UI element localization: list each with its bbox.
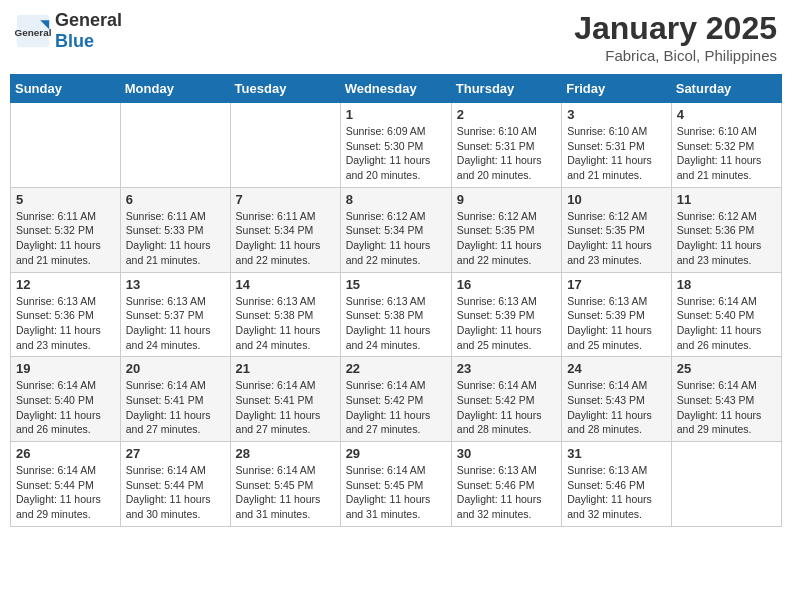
week-row-5: 26Sunrise: 6:14 AM Sunset: 5:44 PM Dayli… <box>11 442 782 527</box>
day-number: 22 <box>346 361 446 376</box>
weekday-header-monday: Monday <box>120 75 230 103</box>
day-info: Sunrise: 6:14 AM Sunset: 5:43 PM Dayligh… <box>677 378 776 437</box>
day-info: Sunrise: 6:14 AM Sunset: 5:45 PM Dayligh… <box>236 463 335 522</box>
day-cell-9: 9Sunrise: 6:12 AM Sunset: 5:35 PM Daylig… <box>451 187 561 272</box>
day-cell-7: 7Sunrise: 6:11 AM Sunset: 5:34 PM Daylig… <box>230 187 340 272</box>
weekday-header-thursday: Thursday <box>451 75 561 103</box>
day-info: Sunrise: 6:09 AM Sunset: 5:30 PM Dayligh… <box>346 124 446 183</box>
day-cell-19: 19Sunrise: 6:14 AM Sunset: 5:40 PM Dayli… <box>11 357 121 442</box>
day-info: Sunrise: 6:11 AM Sunset: 5:33 PM Dayligh… <box>126 209 225 268</box>
empty-cell <box>671 442 781 527</box>
logo: General General Blue <box>15 10 122 52</box>
empty-cell <box>120 103 230 188</box>
day-number: 28 <box>236 446 335 461</box>
day-number: 12 <box>16 277 115 292</box>
logo-text-general: General <box>55 10 122 30</box>
day-cell-3: 3Sunrise: 6:10 AM Sunset: 5:31 PM Daylig… <box>562 103 672 188</box>
day-cell-25: 25Sunrise: 6:14 AM Sunset: 5:43 PM Dayli… <box>671 357 781 442</box>
day-cell-5: 5Sunrise: 6:11 AM Sunset: 5:32 PM Daylig… <box>11 187 121 272</box>
day-cell-29: 29Sunrise: 6:14 AM Sunset: 5:45 PM Dayli… <box>340 442 451 527</box>
location: Fabrica, Bicol, Philippines <box>574 47 777 64</box>
day-cell-21: 21Sunrise: 6:14 AM Sunset: 5:41 PM Dayli… <box>230 357 340 442</box>
week-row-2: 5Sunrise: 6:11 AM Sunset: 5:32 PM Daylig… <box>11 187 782 272</box>
day-info: Sunrise: 6:14 AM Sunset: 5:42 PM Dayligh… <box>346 378 446 437</box>
day-number: 27 <box>126 446 225 461</box>
svg-text:General: General <box>15 27 51 38</box>
day-number: 7 <box>236 192 335 207</box>
day-number: 9 <box>457 192 556 207</box>
day-info: Sunrise: 6:14 AM Sunset: 5:44 PM Dayligh… <box>126 463 225 522</box>
day-cell-24: 24Sunrise: 6:14 AM Sunset: 5:43 PM Dayli… <box>562 357 672 442</box>
day-cell-8: 8Sunrise: 6:12 AM Sunset: 5:34 PM Daylig… <box>340 187 451 272</box>
day-number: 21 <box>236 361 335 376</box>
day-number: 8 <box>346 192 446 207</box>
weekday-header-row: SundayMondayTuesdayWednesdayThursdayFrid… <box>11 75 782 103</box>
day-cell-2: 2Sunrise: 6:10 AM Sunset: 5:31 PM Daylig… <box>451 103 561 188</box>
day-cell-20: 20Sunrise: 6:14 AM Sunset: 5:41 PM Dayli… <box>120 357 230 442</box>
day-info: Sunrise: 6:13 AM Sunset: 5:39 PM Dayligh… <box>567 294 666 353</box>
day-info: Sunrise: 6:13 AM Sunset: 5:36 PM Dayligh… <box>16 294 115 353</box>
day-cell-15: 15Sunrise: 6:13 AM Sunset: 5:38 PM Dayli… <box>340 272 451 357</box>
day-number: 1 <box>346 107 446 122</box>
day-info: Sunrise: 6:13 AM Sunset: 5:46 PM Dayligh… <box>457 463 556 522</box>
day-cell-30: 30Sunrise: 6:13 AM Sunset: 5:46 PM Dayli… <box>451 442 561 527</box>
day-cell-16: 16Sunrise: 6:13 AM Sunset: 5:39 PM Dayli… <box>451 272 561 357</box>
day-info: Sunrise: 6:12 AM Sunset: 5:36 PM Dayligh… <box>677 209 776 268</box>
day-cell-31: 31Sunrise: 6:13 AM Sunset: 5:46 PM Dayli… <box>562 442 672 527</box>
day-number: 25 <box>677 361 776 376</box>
day-number: 19 <box>16 361 115 376</box>
day-cell-6: 6Sunrise: 6:11 AM Sunset: 5:33 PM Daylig… <box>120 187 230 272</box>
day-number: 14 <box>236 277 335 292</box>
day-info: Sunrise: 6:13 AM Sunset: 5:38 PM Dayligh… <box>236 294 335 353</box>
day-number: 16 <box>457 277 556 292</box>
day-number: 18 <box>677 277 776 292</box>
day-info: Sunrise: 6:12 AM Sunset: 5:35 PM Dayligh… <box>567 209 666 268</box>
week-row-4: 19Sunrise: 6:14 AM Sunset: 5:40 PM Dayli… <box>11 357 782 442</box>
day-info: Sunrise: 6:12 AM Sunset: 5:35 PM Dayligh… <box>457 209 556 268</box>
day-number: 20 <box>126 361 225 376</box>
day-number: 3 <box>567 107 666 122</box>
day-cell-11: 11Sunrise: 6:12 AM Sunset: 5:36 PM Dayli… <box>671 187 781 272</box>
day-info: Sunrise: 6:13 AM Sunset: 5:38 PM Dayligh… <box>346 294 446 353</box>
day-number: 17 <box>567 277 666 292</box>
page-header: General General Blue January 2025 Fabric… <box>10 10 782 64</box>
title-block: January 2025 Fabrica, Bicol, Philippines <box>574 10 777 64</box>
month-title: January 2025 <box>574 10 777 47</box>
day-cell-14: 14Sunrise: 6:13 AM Sunset: 5:38 PM Dayli… <box>230 272 340 357</box>
day-info: Sunrise: 6:13 AM Sunset: 5:39 PM Dayligh… <box>457 294 556 353</box>
day-cell-26: 26Sunrise: 6:14 AM Sunset: 5:44 PM Dayli… <box>11 442 121 527</box>
day-number: 15 <box>346 277 446 292</box>
day-info: Sunrise: 6:14 AM Sunset: 5:41 PM Dayligh… <box>236 378 335 437</box>
day-number: 11 <box>677 192 776 207</box>
day-info: Sunrise: 6:12 AM Sunset: 5:34 PM Dayligh… <box>346 209 446 268</box>
day-info: Sunrise: 6:10 AM Sunset: 5:32 PM Dayligh… <box>677 124 776 183</box>
empty-cell <box>11 103 121 188</box>
day-info: Sunrise: 6:14 AM Sunset: 5:40 PM Dayligh… <box>677 294 776 353</box>
week-row-1: 1Sunrise: 6:09 AM Sunset: 5:30 PM Daylig… <box>11 103 782 188</box>
day-number: 4 <box>677 107 776 122</box>
day-cell-23: 23Sunrise: 6:14 AM Sunset: 5:42 PM Dayli… <box>451 357 561 442</box>
day-cell-1: 1Sunrise: 6:09 AM Sunset: 5:30 PM Daylig… <box>340 103 451 188</box>
day-info: Sunrise: 6:14 AM Sunset: 5:42 PM Dayligh… <box>457 378 556 437</box>
day-info: Sunrise: 6:14 AM Sunset: 5:41 PM Dayligh… <box>126 378 225 437</box>
logo-icon: General <box>15 13 51 49</box>
day-cell-12: 12Sunrise: 6:13 AM Sunset: 5:36 PM Dayli… <box>11 272 121 357</box>
calendar-table: SundayMondayTuesdayWednesdayThursdayFrid… <box>10 74 782 527</box>
day-info: Sunrise: 6:14 AM Sunset: 5:40 PM Dayligh… <box>16 378 115 437</box>
day-number: 29 <box>346 446 446 461</box>
day-number: 24 <box>567 361 666 376</box>
day-info: Sunrise: 6:10 AM Sunset: 5:31 PM Dayligh… <box>457 124 556 183</box>
logo-text-blue: Blue <box>55 31 94 51</box>
weekday-header-saturday: Saturday <box>671 75 781 103</box>
day-cell-22: 22Sunrise: 6:14 AM Sunset: 5:42 PM Dayli… <box>340 357 451 442</box>
weekday-header-wednesday: Wednesday <box>340 75 451 103</box>
week-row-3: 12Sunrise: 6:13 AM Sunset: 5:36 PM Dayli… <box>11 272 782 357</box>
day-number: 23 <box>457 361 556 376</box>
day-cell-13: 13Sunrise: 6:13 AM Sunset: 5:37 PM Dayli… <box>120 272 230 357</box>
empty-cell <box>230 103 340 188</box>
weekday-header-tuesday: Tuesday <box>230 75 340 103</box>
day-info: Sunrise: 6:10 AM Sunset: 5:31 PM Dayligh… <box>567 124 666 183</box>
day-info: Sunrise: 6:14 AM Sunset: 5:44 PM Dayligh… <box>16 463 115 522</box>
day-info: Sunrise: 6:14 AM Sunset: 5:43 PM Dayligh… <box>567 378 666 437</box>
day-info: Sunrise: 6:13 AM Sunset: 5:46 PM Dayligh… <box>567 463 666 522</box>
